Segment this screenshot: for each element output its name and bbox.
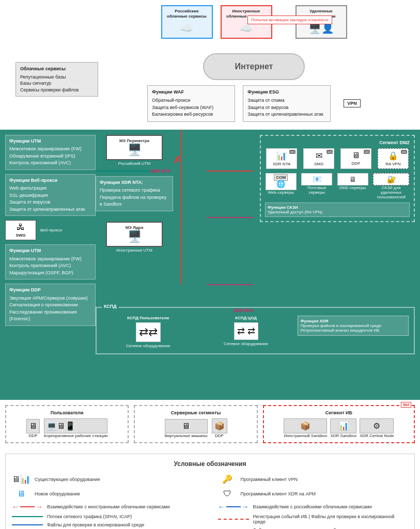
- xdr-func-title: Функции XDR: [301, 319, 406, 323]
- legend-files-isolated: Файлы для проверки в изолированной среде: [12, 522, 203, 527]
- web-servers-label: Web-серверы: [266, 190, 297, 195]
- ra-vpn-label: RA VPN: [380, 162, 406, 166]
- legend-foreign-interaction: ← → Взаимодействие с иностранными облачн…: [12, 503, 203, 511]
- xdr-nta-device-label: XDR NTA: [269, 162, 294, 166]
- left-functions: Функции UTM Межсетевое экранирование (FW…: [5, 135, 96, 330]
- kspd-dc-title: КСПД ЦОД: [199, 316, 292, 320]
- esg-item-2: Защита от вирусов: [247, 104, 326, 112]
- workstations-device: 💻🖥📱 Корпоративные рабочие станции: [44, 418, 107, 438]
- waf-item-1: Обратный-прокси: [152, 97, 230, 104]
- waf-item-3: Балансировка веб-ресурсов: [152, 111, 230, 118]
- legend-title: Условные обозначения: [12, 460, 408, 468]
- bottom-section: Пользователи 🖥 DDP 💻🖥📱 Корпоративные раб…: [0, 398, 420, 448]
- legend-right-col: 🔑 Программный клиент VPN 🛡 Программный к…: [218, 474, 409, 529]
- kspd-users-icon: ⇄⇄: [139, 325, 158, 338]
- xdr-nta-device: vm 📊 XDR NTA: [266, 148, 297, 169]
- ddp-label: DDP: [343, 161, 369, 166]
- legend-existing-label: Существующее оборудование: [35, 477, 100, 482]
- ib-segment: Сегмент ИБ ВИ 📦 Иностранный Sandbox 📊 XD…: [263, 405, 415, 443]
- cloud-service-item-3: Сервисы проверки файлов: [20, 87, 94, 94]
- ddp-user-label: DDP: [26, 433, 40, 438]
- cloud-services-title: Облачные сервисы: [20, 66, 94, 72]
- legend-xdr-client: 🛡 Программный клиент XDR на АРМ: [218, 488, 409, 500]
- legend-new-label: Новое оборудование: [35, 491, 80, 496]
- smg-device: vm ✉ SMG: [303, 148, 334, 169]
- ddp-server-device: 📦 DDP: [212, 418, 227, 438]
- vms-label: Виртуальные машины: [165, 433, 208, 438]
- utm-bottom-title: Функции UTM: [9, 247, 91, 255]
- cloud-service-item-1: Репутационные базы: [20, 74, 94, 81]
- legend-russian-label: Взаимодействие с российскими облачными с…: [253, 504, 372, 509]
- waf-item-2: Защита веб-сервисов (WAF): [152, 104, 230, 112]
- russian-cloud-box: Российские облачные сервисы ☁️: [161, 5, 213, 39]
- core-icon: 🖥️: [128, 230, 142, 243]
- xdr-sandbox-label: XDR Sandbox: [330, 433, 356, 438]
- swg-device-box: 🖧 SWG: [5, 220, 36, 240]
- kspd-dc-label: Сетевое оборудование: [199, 341, 292, 346]
- legend-vpn-client: 🔑 Программный клиент VPN: [218, 474, 409, 485]
- ddp-item-1: Эмуляция АРМ/Серверов (ловушки): [9, 295, 91, 302]
- vpn-client-icon: 🔑: [218, 474, 237, 485]
- legend-grid: 🖥📊 Существующее оборудование 🖥 Новое обо…: [12, 474, 408, 529]
- esg-title: Функции ESG: [247, 89, 326, 96]
- workstations-label: Корпоративные рабочие станции: [44, 433, 107, 438]
- ra-vpn-device: vm 🔒 RA VPN: [378, 148, 409, 169]
- core-title: МЭ Ядра: [110, 225, 159, 230]
- dmz-devices-row: vm 📊 XDR NTA vm ✉ SMG vm 🖥 DDP vm 🔒: [265, 148, 410, 169]
- server-segment: Серверные сегменты 🖥 Виртуальные машины …: [134, 405, 257, 443]
- dmz-servers-label: DMZ-серверы: [337, 185, 368, 190]
- svg-text:✗: ✗: [173, 155, 181, 165]
- skzi-users-label: СКЗИ для удаленных пользователей: [373, 185, 409, 199]
- ib-devices-row: 📦 Иностранный Sandbox 📊 XDR Sandbox ⚙ XD…: [268, 418, 410, 438]
- perimeter-title: МЭ Периметра: [110, 138, 159, 143]
- legend-network-flows-label: Потоки сетевого трафика (SPAN, ICAP): [47, 514, 132, 519]
- main-section: ✗ Функции UTM Межсетевое экранирование (…: [0, 130, 420, 398]
- kspd-xdr-nta: XDR NTA: [234, 308, 254, 313]
- dmz-title: Сегмент DMZ: [265, 140, 410, 145]
- users-segment: Пользователи 🖥 DDP 💻🖥📱 Корпоративные раб…: [5, 405, 129, 443]
- new-icon: 🖥: [12, 488, 30, 500]
- ddp-item-3: Расследование проникновения (Forensic): [9, 309, 91, 323]
- cloud-service-item-2: Базы сигнатур: [20, 80, 94, 87]
- utm-top-box: Функции UTM Межсетевое экранирование (FW…: [5, 135, 96, 170]
- web-proxy-item-4: Защита от целенаправленных атак: [9, 206, 91, 213]
- internet-area: Интернет: [93, 48, 415, 80]
- legend-existing: 🖥📊 Существующее оборудование: [12, 474, 203, 485]
- foreign-sandbox-label: Иностранный Sandbox: [284, 433, 327, 438]
- legend-section: Условные обозначения 🖥📊 Существующее обо…: [5, 454, 415, 529]
- perimeter-icon: 🖥️: [128, 143, 142, 156]
- foreign-sandbox-device: 📦 Иностранный Sandbox: [284, 418, 327, 438]
- internet-cloud: Интернет: [203, 53, 305, 80]
- legend-xdr-label: Программный клиент XDR на АРМ: [241, 491, 316, 496]
- kspd-users-column: КСПД Пользователи ⇄⇄ Сетевое оборудовани…: [102, 316, 194, 348]
- skzi-users-col: 🔐 СКЗИ для удаленных пользователей: [373, 173, 409, 199]
- mail-server-icon: 📧: [313, 175, 321, 183]
- web-servers-col: COM 🌐 Web-серверы: [266, 173, 297, 199]
- dmz-segment: Сегмент DMZ vm 📊 XDR NTA vm ✉ SMG vm 🖥 D…: [260, 135, 415, 222]
- legend-network-flows: Потоки сетевого трафика (SPAN, ICAP): [12, 514, 203, 519]
- existing-icon: 🖥📊: [12, 474, 30, 485]
- legend-new: 🖥 Новое оборудование: [12, 488, 203, 500]
- utm-bottom-box: Функции UTM Межсетевое экранирование (FW…: [5, 244, 96, 279]
- xdr-sandbox-device: 📊 XDR Sandbox: [330, 418, 356, 438]
- ddp-server-label: DDP: [212, 433, 227, 438]
- waf-title: Функции WAF: [152, 89, 230, 96]
- legend-vpn-label: Программный клиент VPN: [241, 477, 298, 482]
- kspd-users-device: ⇄⇄: [136, 322, 161, 342]
- skzi-func-item-1: Удаленный доступ (RA VPN): [268, 210, 407, 214]
- xdr-func-item-2: Ретроспективный анализ инцидентов ИБ: [301, 328, 406, 333]
- swg-icon: 🖧: [8, 223, 34, 232]
- swg-sublabel: Веб-прокси: [40, 228, 62, 232]
- web-proxy-box: Функции Веб-прокси Web-фильтрация SSL-де…: [5, 174, 96, 216]
- skzi-func-title: Функции СКЗИ: [268, 205, 407, 210]
- xdr-nta-func-item-1: Проверка сетевого трафика: [100, 187, 169, 194]
- legend-russian-interaction: ← → Взаимодействие с российскими облачны…: [218, 503, 409, 511]
- esg-functions-box: Функции ESG Защита от спама Защита от ви…: [243, 85, 331, 122]
- ddp-item-2: Сигнализация о проникновении: [9, 302, 91, 309]
- cloud-services-box: Облачные сервисы Репутационные базы Базы…: [15, 62, 98, 97]
- xdr-functions-area: Функции XDR Проверка файлов в изолирован…: [298, 316, 409, 336]
- ddp-functions-box: Функции DDP Эмуляция АРМ/Серверов (ловуш…: [5, 284, 96, 326]
- main-wrapper: Облачные сервисы Репутационные базы Базы…: [0, 0, 420, 529]
- users-segment-title: Пользователи: [10, 410, 123, 415]
- russian-cloud-icon: ☁️: [166, 22, 208, 34]
